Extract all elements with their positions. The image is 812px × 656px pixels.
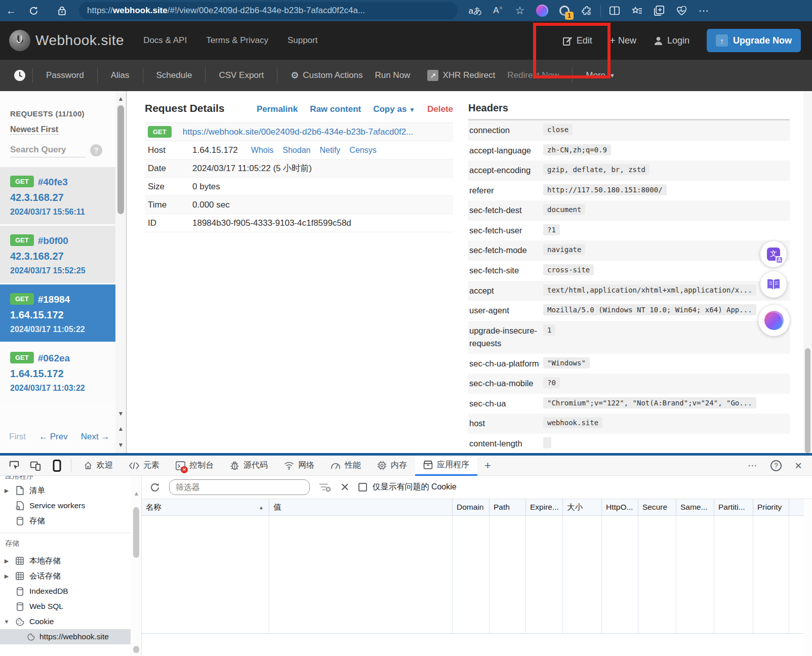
add-tab-icon[interactable]: + bbox=[477, 459, 498, 472]
toolbar-alias[interactable]: Alias bbox=[105, 70, 136, 80]
column-size[interactable]: 大小 bbox=[563, 499, 602, 515]
browser-essentials-icon[interactable] bbox=[671, 1, 692, 21]
translate-assistant-button[interactable]: 文A bbox=[760, 241, 787, 267]
cookie-filter-input-box[interactable] bbox=[169, 479, 310, 495]
delete-link[interactable]: Delete bbox=[427, 104, 453, 114]
toolbar-run-now[interactable]: Run Now bbox=[369, 70, 416, 80]
tree-item-service-workers[interactable]: Service workers bbox=[0, 498, 131, 513]
devtools-close-icon[interactable]: × bbox=[795, 459, 802, 473]
scroll-up-icon[interactable]: ▲ bbox=[117, 95, 125, 102]
clock-icon[interactable] bbox=[14, 70, 25, 81]
tab-performance[interactable]: 性能 bbox=[322, 456, 369, 476]
search-help-icon[interactable]: ? bbox=[90, 144, 102, 156]
edit-button[interactable]: Edit bbox=[563, 35, 592, 46]
browser-menu-icon[interactable]: ⋯ bbox=[693, 1, 714, 21]
tab-elements[interactable]: 元素 bbox=[121, 456, 168, 476]
whois-link[interactable]: Whois bbox=[251, 146, 273, 155]
censys-link[interactable]: Censys bbox=[349, 146, 376, 155]
raw-content-link[interactable]: Raw content bbox=[310, 104, 361, 114]
shodan-link[interactable]: Shodan bbox=[282, 146, 310, 155]
request-list-item[interactable]: GET#b0f00 42.3.168.27 2024/03/17 15:52:2… bbox=[0, 226, 115, 284]
login-button[interactable]: Login bbox=[654, 35, 689, 46]
clear-filter-icon[interactable] bbox=[319, 482, 331, 493]
tree-expand-icon[interactable]: ▶ bbox=[0, 487, 13, 494]
tree-item-indexeddb[interactable]: IndexedDB bbox=[0, 584, 131, 599]
back-icon[interactable]: ← bbox=[0, 0, 22, 21]
upgrade-now-button[interactable]: ↑ Upgrade Now bbox=[707, 29, 801, 52]
ai-extension-icon[interactable] bbox=[532, 1, 553, 21]
brand-title[interactable]: Webhook.site bbox=[35, 32, 124, 49]
request-id-link[interactable]: #40fe3 bbox=[38, 177, 68, 187]
pagination-first[interactable]: First bbox=[9, 432, 26, 442]
tree-item-web-sql[interactable]: Web SQL bbox=[0, 599, 131, 614]
tree-item-cookie[interactable]: ▼ Cookie bbox=[0, 614, 131, 629]
request-list-item-selected[interactable]: GET#18984 1.64.15.172 2024/03/17 11:05:2… bbox=[0, 284, 115, 343]
lock-icon[interactable] bbox=[51, 0, 73, 21]
reader-assistant-button[interactable] bbox=[760, 271, 787, 298]
column-secure[interactable]: Secure bbox=[638, 499, 676, 515]
tree-expand-icon[interactable]: ▶ bbox=[0, 573, 13, 580]
favorites-list-icon[interactable] bbox=[626, 1, 647, 21]
translate-icon[interactable]: aあ bbox=[465, 1, 486, 21]
only-issues-checkbox[interactable] bbox=[358, 483, 367, 491]
request-id-link[interactable]: #b0f00 bbox=[38, 235, 68, 246]
tab-sources[interactable]: 源代码 bbox=[222, 456, 276, 476]
column-value[interactable]: 值 bbox=[269, 499, 453, 515]
column-domain[interactable]: Domain bbox=[453, 499, 490, 515]
tree-item-session-storage[interactable]: ▶ 会话存储 bbox=[0, 568, 131, 584]
sidebar-scroll-thumb[interactable] bbox=[117, 105, 124, 214]
webhook-logo[interactable] bbox=[9, 30, 30, 51]
column-samesite[interactable]: Same... bbox=[676, 499, 714, 515]
cookie-filter-input[interactable] bbox=[176, 483, 303, 492]
toolbar-redirect-now[interactable]: Redirect Now bbox=[501, 70, 565, 80]
search-query-input[interactable] bbox=[10, 143, 85, 157]
pagination-prev[interactable]: ← Prev bbox=[39, 432, 68, 442]
scroll-down-icon[interactable]: ▼ bbox=[117, 410, 125, 417]
extensions-icon[interactable] bbox=[576, 1, 597, 21]
netify-link[interactable]: Netify bbox=[319, 146, 340, 155]
device-toolbar-icon[interactable] bbox=[29, 460, 42, 472]
permalink-link[interactable]: Permalink bbox=[257, 104, 298, 114]
column-partition[interactable]: Partiti... bbox=[714, 499, 753, 515]
tree-scroll-thumb[interactable] bbox=[133, 507, 139, 558]
tree-item-local-storage[interactable]: ▶ 本地存储 bbox=[0, 553, 131, 568]
scroll-up-icon[interactable]: ▲ bbox=[117, 425, 125, 432]
tree-item-cookie-site-selected[interactable]: https://webhook.site bbox=[0, 629, 131, 644]
request-id-link[interactable]: #18984 bbox=[38, 294, 70, 305]
address-bar[interactable]: https://webhook.site/#!/view/00e2409d-d2… bbox=[79, 2, 458, 19]
tree-collapse-icon[interactable]: ▼ bbox=[0, 619, 13, 625]
tree-expand-icon[interactable]: ▶ bbox=[0, 558, 13, 564]
tab-console[interactable]: 控制台 ✕ bbox=[168, 456, 222, 476]
scroll-down-icon[interactable]: ▼ bbox=[117, 441, 125, 448]
tab-welcome[interactable]: 欢迎 bbox=[75, 456, 121, 476]
collections-icon[interactable] bbox=[648, 1, 670, 21]
new-button[interactable]: + New bbox=[610, 34, 636, 47]
tree-item-manifest[interactable]: ▶ 清单 bbox=[0, 483, 131, 498]
ai-brain-button[interactable] bbox=[758, 305, 790, 336]
toolbar-more[interactable]: More ▼ bbox=[580, 70, 621, 80]
favorite-star-icon[interactable]: ☆ bbox=[509, 1, 531, 21]
column-expires[interactable]: Expire... bbox=[526, 499, 563, 515]
sort-order-link[interactable]: Newest First bbox=[10, 125, 58, 135]
column-name[interactable]: 名称▲ bbox=[142, 499, 269, 515]
page-scroll-thumb[interactable] bbox=[805, 348, 810, 453]
column-httponly[interactable]: HttpO... bbox=[602, 499, 638, 515]
pagination-next[interactable]: Next → bbox=[81, 432, 110, 442]
request-url-link[interactable]: https://webhook.site/00e2409d-d2b6-434e-… bbox=[183, 127, 414, 137]
nav-docs-api[interactable]: Docs & API bbox=[143, 35, 187, 46]
refresh-icon[interactable] bbox=[150, 482, 160, 493]
tree-item-storage[interactable]: 存储 bbox=[0, 513, 131, 528]
tree-scroll-thumb[interactable] bbox=[133, 646, 139, 653]
request-id-link[interactable]: #062ea bbox=[38, 353, 70, 363]
nav-support[interactable]: Support bbox=[288, 35, 318, 46]
copy-as-dropdown[interactable]: Copy as ▼ bbox=[373, 104, 415, 114]
request-list-item[interactable]: GET#062ea 1.64.15.172 2024/03/17 11:03:2… bbox=[0, 343, 115, 402]
toolbar-csv-export[interactable]: CSV Export bbox=[213, 70, 270, 80]
split-screen-icon[interactable] bbox=[604, 1, 625, 21]
toolbar-xhr-redirect[interactable]: ↗ XHR Redirect bbox=[421, 70, 501, 81]
refresh-icon[interactable] bbox=[22, 0, 45, 21]
extension-with-badge-icon[interactable]: 1 bbox=[554, 1, 575, 21]
toolbar-schedule[interactable]: Schedule bbox=[150, 70, 198, 80]
request-list-item[interactable]: GET#40fe3 42.3.168.27 2024/03/17 15:56:1… bbox=[0, 167, 115, 226]
tab-network[interactable]: 网络 bbox=[276, 456, 322, 476]
